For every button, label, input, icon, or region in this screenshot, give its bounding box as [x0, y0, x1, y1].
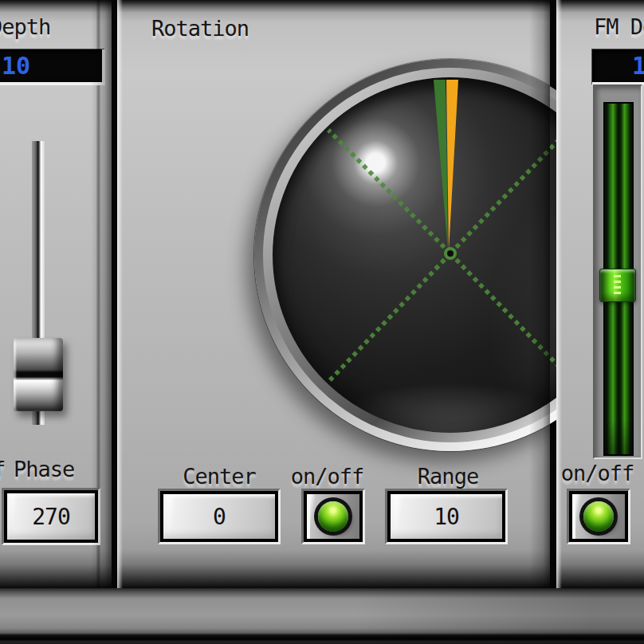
- fm-depth-label: FM Depth: [594, 14, 644, 39]
- phase-field[interactable]: 270: [4, 490, 98, 543]
- phase-label: Phase: [14, 457, 74, 481]
- center-label: Center: [159, 464, 279, 489]
- fm-onoff-label: on/off: [557, 461, 638, 485]
- bottom-chrome-bar: [0, 588, 644, 644]
- rotation-panel: Rotation Center 0 on/of: [117, 0, 550, 590]
- depth-value: 10: [2, 52, 30, 80]
- center-field[interactable]: 0: [160, 491, 278, 542]
- fm-onoff-frame: [567, 489, 630, 544]
- rotation-title: Rotation: [151, 16, 249, 41]
- fm-panel: FM Depth 1 on/off: [556, 0, 644, 590]
- depth-slider-handle[interactable]: [14, 338, 63, 411]
- fm-depth-value-display[interactable]: 1: [592, 49, 644, 85]
- phase-field-frame: 270: [2, 488, 100, 545]
- fm-fader-handle[interactable]: [599, 269, 636, 302]
- rotation-onoff-button[interactable]: [304, 491, 363, 542]
- rotation-onoff-frame: [301, 489, 365, 544]
- center-needle-icon: [434, 80, 448, 250]
- rotation-needle-icon: [446, 80, 458, 251]
- rotation-onoff-label: on/off: [287, 464, 367, 489]
- range-label: Range: [404, 464, 492, 489]
- center-dot-icon: [446, 249, 455, 258]
- onoff-label-fragment: f: [0, 457, 5, 481]
- depth-label: Depth: [0, 14, 50, 39]
- phase-value: 270: [32, 504, 70, 530]
- depth-panel: Depth 10 f Phase 270: [0, 0, 112, 590]
- range-value: 10: [434, 504, 459, 530]
- fm-depth-value: 1: [632, 52, 644, 80]
- range-field-frame: 10: [385, 489, 508, 544]
- rotation-led-icon: [318, 501, 348, 532]
- range-field[interactable]: 10: [387, 491, 505, 542]
- fm-onoff-button[interactable]: [569, 491, 628, 542]
- fm-led-icon: [583, 501, 614, 532]
- plugin-window: Depth 10 f Phase 270 Rotation: [0, 0, 644, 644]
- depth-value-display[interactable]: 10: [0, 49, 105, 85]
- center-value: 0: [213, 504, 226, 530]
- center-field-frame: 0: [158, 489, 281, 544]
